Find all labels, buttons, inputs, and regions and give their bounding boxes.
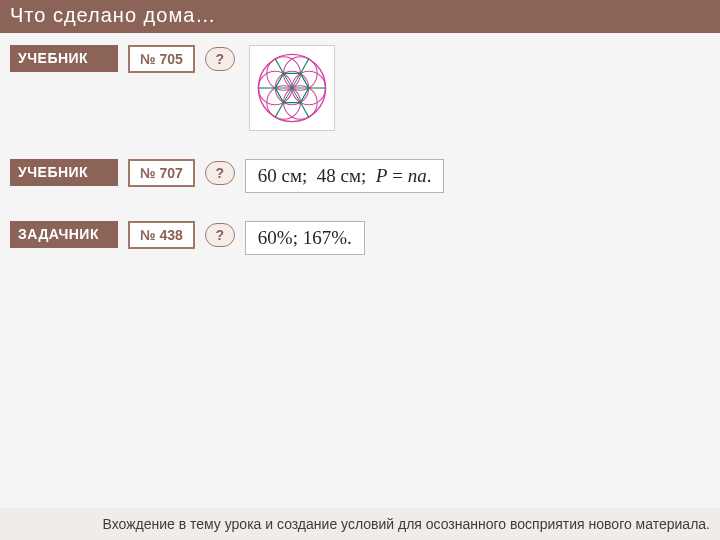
task-number-badge: № 707 (128, 159, 195, 187)
source-tag: ЗАДАЧНИК (10, 221, 118, 248)
page-title: Что сделано дома… (0, 0, 720, 33)
task-row: УЧЕБНИК № 707 ? 60 см; 48 см; P = na. (10, 159, 710, 193)
answer-box: 60%; 167%. (245, 221, 365, 255)
task-number-badge: № 438 (128, 221, 195, 249)
content-area: УЧЕБНИК № 705 ? (0, 33, 720, 255)
task-row: УЧЕБНИК № 705 ? (10, 45, 710, 131)
help-button[interactable]: ? (205, 223, 235, 247)
task-row: ЗАДАЧНИК № 438 ? 60%; 167%. (10, 221, 710, 255)
footer-text: Вхождение в тему урока и создание услови… (0, 508, 720, 540)
task-number-badge: № 705 (128, 45, 195, 73)
source-tag: УЧЕБНИК (10, 159, 118, 186)
answer-box: 60 см; 48 см; P = na. (245, 159, 445, 193)
flower-diagram (249, 45, 335, 131)
source-tag: УЧЕБНИК (10, 45, 118, 72)
help-button[interactable]: ? (205, 47, 235, 71)
help-button[interactable]: ? (205, 161, 235, 185)
